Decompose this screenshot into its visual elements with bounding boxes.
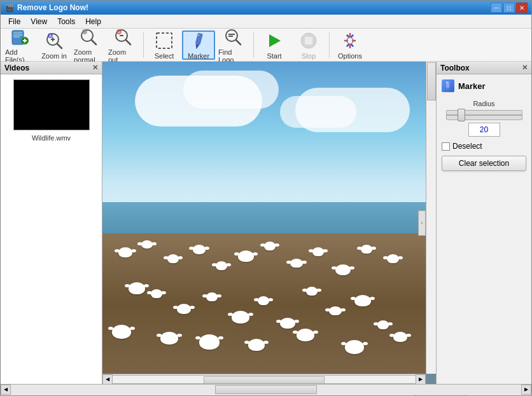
find-logo-icon xyxy=(223,27,243,47)
radius-value[interactable]: 20 xyxy=(468,123,500,137)
canvas-area[interactable]: ◀ ▶ › xyxy=(102,62,436,384)
videos-panel-close[interactable]: ✕ xyxy=(92,64,98,72)
select-label: Select xyxy=(155,52,174,60)
menu-tools[interactable]: Tools xyxy=(52,16,80,27)
stop-icon xyxy=(298,31,319,51)
horizontal-scroll-track[interactable] xyxy=(113,375,416,384)
select-icon xyxy=(154,31,174,51)
radius-slider[interactable] xyxy=(446,110,522,120)
maximize-button[interactable]: □ xyxy=(503,3,515,13)
vertical-scroll-thumb[interactable] xyxy=(427,62,436,100)
slider-thumb[interactable] xyxy=(458,109,465,121)
deselect-label: Deselect xyxy=(452,142,482,151)
bird-19 xyxy=(280,318,295,329)
horizontal-scroll-thumb[interactable] xyxy=(204,376,325,384)
svg-point-15 xyxy=(82,29,87,34)
bird-14 xyxy=(151,289,162,298)
close-button[interactable]: ✕ xyxy=(516,3,528,13)
main-scrollbar[interactable]: ◀ ▶ xyxy=(1,384,531,394)
videos-panel: Videos ✕ Wildlife.wmv xyxy=(1,62,102,384)
separator-1 xyxy=(143,32,144,58)
zoom-out-button[interactable]: − Zoom out xyxy=(106,31,139,60)
svg-rect-21 xyxy=(157,33,172,48)
ground-background xyxy=(102,233,426,374)
menu-file[interactable]: File xyxy=(3,16,25,27)
bird-26 xyxy=(199,334,220,350)
bird-25 xyxy=(160,332,178,345)
find-logo-button[interactable]: Find Logo xyxy=(216,31,249,60)
zoom-normal-icon xyxy=(78,27,99,47)
bird-8 xyxy=(290,259,303,268)
svg-rect-31 xyxy=(305,37,312,44)
toolbox-panel-header: Toolbox ✕ xyxy=(437,62,531,74)
bird-9 xyxy=(312,247,324,256)
options-label: Options xyxy=(338,52,362,60)
clear-selection-button[interactable]: Clear selection xyxy=(442,156,526,171)
add-files-button[interactable]: Add File(s)... xyxy=(3,31,36,60)
find-logo-label: Find Logo xyxy=(218,48,248,64)
videos-panel-header: Videos ✕ xyxy=(1,62,102,74)
svg-line-26 xyxy=(236,40,241,44)
svg-line-36 xyxy=(351,34,353,37)
stop-button[interactable]: Stop xyxy=(292,31,325,60)
separator-3 xyxy=(329,32,330,58)
svg-marker-42 xyxy=(446,88,449,90)
toolbox-close[interactable]: ✕ xyxy=(522,64,528,72)
horizontal-scrollbar[interactable]: ◀ ▶ xyxy=(102,374,426,384)
options-button[interactable]: Options xyxy=(333,31,367,60)
svg-marker-23 xyxy=(194,44,199,50)
bird-10 xyxy=(335,264,351,275)
bird-27 xyxy=(248,339,265,351)
bird-24 xyxy=(112,325,131,339)
video-thumbnail[interactable] xyxy=(13,79,90,130)
menu-view[interactable]: View xyxy=(25,16,52,27)
bird-15 xyxy=(177,304,191,314)
collapse-handle[interactable]: › xyxy=(418,210,426,236)
bird-5 xyxy=(216,261,227,270)
scroll-right-arrow[interactable]: ▶ xyxy=(416,374,426,385)
h-scroll-left[interactable]: ◀ xyxy=(1,385,11,395)
start-button[interactable]: Start xyxy=(258,31,291,60)
svg-line-14 xyxy=(92,40,96,44)
bird-2 xyxy=(141,240,153,249)
scroll-left-arrow[interactable]: ◀ xyxy=(102,374,113,385)
bird-7 xyxy=(264,242,276,250)
zoom-normal-button[interactable]: Zoom normal xyxy=(72,31,105,60)
video-filename: Wildlife.wmv xyxy=(32,134,71,142)
minimize-button[interactable]: ─ xyxy=(491,3,502,13)
bird-28 xyxy=(297,329,314,341)
h-scroll-thumb[interactable] xyxy=(215,385,317,394)
select-button[interactable]: Select xyxy=(148,31,181,60)
videos-content: Wildlife.wmv xyxy=(1,74,102,384)
radius-label: Radius xyxy=(473,100,494,107)
stop-label: Stop xyxy=(302,52,316,60)
bird-12 xyxy=(387,254,399,263)
toolbox-panel: Toolbox ✕ Marker Radius xyxy=(436,62,531,384)
svg-rect-1 xyxy=(13,32,22,34)
zoom-in-icon: + xyxy=(44,31,64,51)
marker-icon xyxy=(188,31,209,51)
add-files-label: Add File(s)... xyxy=(5,48,34,64)
svg-rect-3 xyxy=(13,36,20,38)
bird-22 xyxy=(354,295,371,306)
bird-29 xyxy=(345,340,364,354)
window-title: Remove Logo Now! xyxy=(17,3,491,12)
marker-label: Marker xyxy=(188,52,209,60)
video-display[interactable] xyxy=(102,62,426,374)
bird-23 xyxy=(377,320,389,329)
h-scroll-track[interactable] xyxy=(11,385,521,395)
menu-help[interactable]: Help xyxy=(80,16,106,27)
zoom-in-button[interactable]: + Zoom in xyxy=(38,31,71,60)
bird-30 xyxy=(393,332,407,342)
cloud-4 xyxy=(280,96,356,128)
vertical-scrollbar[interactable] xyxy=(426,62,436,374)
svg-line-38 xyxy=(347,34,349,37)
radius-section: Radius 20 xyxy=(442,100,526,137)
svg-rect-27 xyxy=(228,34,235,35)
svg-line-39 xyxy=(347,44,349,46)
deselect-checkbox[interactable] xyxy=(442,142,450,151)
h-scroll-right[interactable]: ▶ xyxy=(521,385,531,395)
marker-button[interactable]: Marker xyxy=(182,31,215,60)
window-controls: ─ □ ✕ xyxy=(491,3,528,13)
svg-marker-29 xyxy=(269,34,281,47)
